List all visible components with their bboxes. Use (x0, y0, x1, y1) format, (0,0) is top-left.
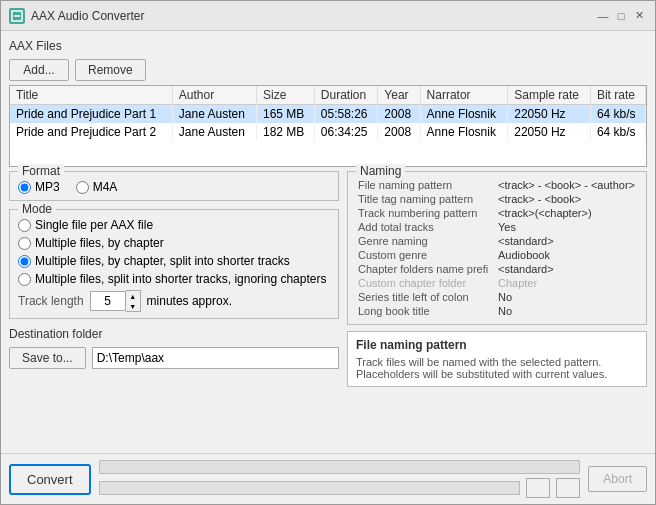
col-year: Year (378, 86, 420, 105)
spinner-buttons: ▲ ▼ (126, 290, 141, 312)
destination-section: Destination folder Save to... (9, 327, 339, 369)
table-cell: 2008 (378, 123, 420, 141)
mode-option-2[interactable]: Multiple files, by chapter, split into s… (18, 254, 330, 268)
format-mp3-radio[interactable] (18, 181, 31, 194)
naming-key: Series title left of colon (354, 290, 494, 304)
mode-label-3: Multiple files, split into shorter track… (35, 272, 326, 286)
table-row[interactable]: Pride and Prejudice Part 2Jane Austen182… (10, 123, 646, 141)
naming-value: Audiobook (494, 248, 640, 262)
format-group: Format MP3 M4A (9, 171, 339, 201)
track-length-suffix: minutes approx. (147, 294, 232, 308)
destination-path-input[interactable] (92, 347, 339, 369)
track-length-input[interactable] (90, 291, 126, 311)
bottom-bar: Convert Abort (1, 453, 655, 504)
format-mp3-text: MP3 (35, 180, 60, 194)
naming-row: Chapter folders name prefi<standard> (354, 262, 640, 276)
split-panel: Format MP3 M4A Mode (9, 171, 647, 445)
naming-info-text: Track files will be named with the selec… (356, 356, 638, 380)
table-cell: 22050 Hz (508, 123, 591, 141)
convert-button[interactable]: Convert (9, 464, 91, 495)
secondary-progress-bar (99, 481, 521, 495)
naming-value: Yes (494, 220, 640, 234)
mode-label-2: Multiple files, by chapter, split into s… (35, 254, 290, 268)
save-to-button[interactable]: Save to... (9, 347, 86, 369)
format-row: MP3 M4A (18, 180, 330, 194)
window-controls: — □ ✕ (595, 8, 647, 24)
minimize-button[interactable]: — (595, 8, 611, 24)
add-button[interactable]: Add... (9, 59, 69, 81)
format-mp3-label[interactable]: MP3 (18, 180, 60, 194)
naming-key: Add total tracks (354, 220, 494, 234)
mode-options: Single file per AAX file Multiple files,… (18, 218, 330, 286)
table-cell: Jane Austen (172, 123, 256, 141)
mode-option-1[interactable]: Multiple files, by chapter (18, 236, 330, 250)
spinner-down-button[interactable]: ▼ (126, 301, 140, 311)
table-cell: Anne Flosnik (420, 123, 508, 141)
main-progress-bar-container (99, 460, 581, 474)
naming-key: Custom genre (354, 248, 494, 262)
track-length-label: Track length (18, 294, 84, 308)
mode-label-0: Single file per AAX file (35, 218, 153, 232)
naming-value: <track> - <book> - <author> (494, 178, 640, 192)
col-sample-rate: Sample rate (508, 86, 591, 105)
mode-group: Mode Single file per AAX file Multiple f… (9, 209, 339, 319)
format-m4a-label[interactable]: M4A (76, 180, 118, 194)
naming-row: Custom chapter folderChapter (354, 276, 640, 290)
naming-row: Long book titleNo (354, 304, 640, 318)
format-group-title: Format (18, 164, 64, 178)
mode-group-title: Mode (18, 202, 56, 216)
table-cell: 2008 (378, 105, 420, 124)
close-button[interactable]: ✕ (631, 8, 647, 24)
naming-table: File naming pattern<track> - <book> - <a… (354, 178, 640, 318)
mode-radio-0[interactable] (18, 219, 31, 232)
abort-button[interactable]: Abort (588, 466, 647, 492)
table-header-row: Title Author Size Duration Year Narrator… (10, 86, 646, 105)
aax-files-label: AAX Files (9, 39, 647, 53)
destination-label: Destination folder (9, 327, 339, 341)
maximize-button[interactable]: □ (613, 8, 629, 24)
naming-value: <track> - <book> (494, 192, 640, 206)
naming-key: Track numbering pattern (354, 206, 494, 220)
mode-option-0[interactable]: Single file per AAX file (18, 218, 330, 232)
file-table: Title Author Size Duration Year Narrator… (10, 86, 646, 141)
naming-key: Long book title (354, 304, 494, 318)
table-cell: Pride and Prejudice Part 1 (10, 105, 172, 124)
mode-radio-3[interactable] (18, 273, 31, 286)
col-duration: Duration (314, 86, 378, 105)
naming-value: No (494, 290, 640, 304)
mode-radio-2[interactable] (18, 255, 31, 268)
naming-value: <standard> (494, 234, 640, 248)
spinner-up-button[interactable]: ▲ (126, 291, 140, 301)
left-panel: Format MP3 M4A Mode (9, 171, 339, 445)
mode-radio-1[interactable] (18, 237, 31, 250)
naming-row: Custom genreAudiobook (354, 248, 640, 262)
table-cell: 182 MB (256, 123, 314, 141)
title-bar-left: AAX Audio Converter (9, 8, 144, 24)
window-title: AAX Audio Converter (31, 9, 144, 23)
col-author: Author (172, 86, 256, 105)
naming-value: <standard> (494, 262, 640, 276)
format-m4a-radio[interactable] (76, 181, 89, 194)
mode-option-3[interactable]: Multiple files, split into shorter track… (18, 272, 330, 286)
naming-row: File naming pattern<track> - <book> - <a… (354, 178, 640, 192)
naming-row: Title tag naming pattern<track> - <book> (354, 192, 640, 206)
col-title: Title (10, 86, 172, 105)
table-cell: Pride and Prejudice Part 2 (10, 123, 172, 141)
table-cell: 06:34:25 (314, 123, 378, 141)
track-length-spinner: ▲ ▼ (90, 290, 141, 312)
small-btn-2[interactable] (556, 478, 580, 498)
table-row[interactable]: Pride and Prejudice Part 1Jane Austen165… (10, 105, 646, 124)
naming-value: <track>(<chapter>) (494, 206, 640, 220)
naming-group-title: Naming (356, 164, 405, 178)
naming-row: Track numbering pattern<track>(<chapter>… (354, 206, 640, 220)
table-cell: Anne Flosnik (420, 105, 508, 124)
mode-label-1: Multiple files, by chapter (35, 236, 164, 250)
naming-key: Genre naming (354, 234, 494, 248)
file-table-container: Title Author Size Duration Year Narrator… (9, 85, 647, 167)
small-btn-1[interactable] (526, 478, 550, 498)
track-length-row: Track length ▲ ▼ minutes approx. (18, 290, 330, 312)
progress-area (99, 460, 581, 498)
remove-button[interactable]: Remove (75, 59, 146, 81)
table-cell: 64 kb/s (590, 123, 645, 141)
naming-value: No (494, 304, 640, 318)
